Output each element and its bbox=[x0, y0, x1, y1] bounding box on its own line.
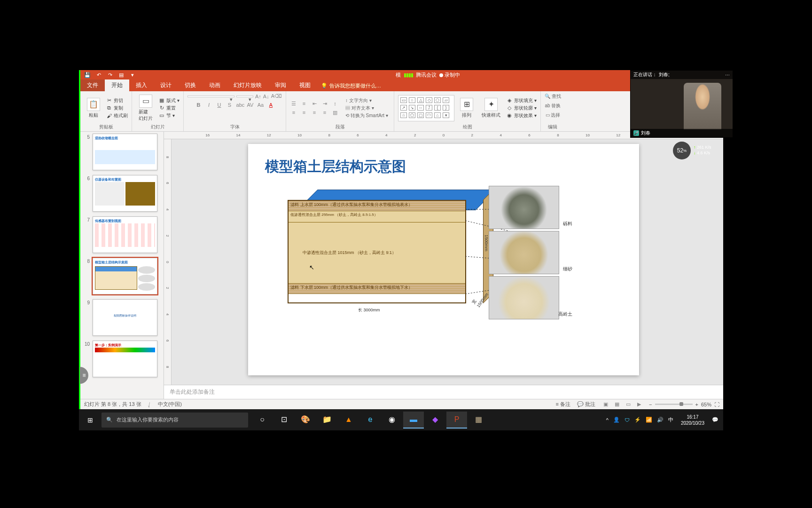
thumb-9[interactable]: 9裂隙图标操作说明 bbox=[84, 299, 160, 336]
cut-button[interactable]: ✂剪切 bbox=[106, 97, 128, 104]
tab-review[interactable]: 审阅 bbox=[268, 79, 293, 91]
replace-button[interactable]: ab 替换 bbox=[545, 103, 561, 109]
underline-button[interactable]: U bbox=[216, 102, 223, 108]
cortana-icon[interactable]: ○ bbox=[252, 412, 273, 429]
zoom-slider[interactable] bbox=[655, 404, 693, 405]
tray-power-icon[interactable]: ⚡ bbox=[634, 417, 641, 423]
justify-button[interactable]: ≡ bbox=[321, 110, 328, 116]
slide[interactable]: 模型箱土层结构示意图 滤料 上水层 100mm（通过供水泵抽水泵和集分水管模拟地… bbox=[248, 144, 639, 375]
paste-button[interactable]: 📋粘贴 bbox=[84, 97, 103, 119]
tray-ime-icon[interactable]: 中 bbox=[668, 416, 673, 423]
thumb-8[interactable]: 8模型箱土层结构示意图 bbox=[84, 258, 160, 294]
webcam-overlay[interactable]: 正在讲话：刘春;⋯ 🎤刘春 bbox=[630, 70, 733, 138]
tray-chevron-icon[interactable]: ^ bbox=[606, 417, 609, 423]
quick-styles-button[interactable]: ✦快速样式 bbox=[479, 97, 503, 119]
shape-fill-button[interactable]: ◈形状填充 ▾ bbox=[506, 97, 537, 104]
normal-view-icon[interactable]: ▣ bbox=[602, 401, 609, 407]
tell-me[interactable]: 💡告诉我您想要做什么… bbox=[317, 80, 385, 91]
shapes-gallery[interactable]: ▭○△◇⬡▱ ↗↘↔⤴{} ☆⬠▢⬭⌂▾ bbox=[398, 95, 454, 121]
reset-button[interactable]: ↻重置 bbox=[158, 105, 180, 111]
align-left-button[interactable]: ≡ bbox=[290, 110, 297, 116]
decrease-font-icon[interactable]: A↓ bbox=[263, 94, 269, 99]
app-chrome[interactable]: ◉ bbox=[382, 412, 402, 429]
italic-button[interactable]: I bbox=[205, 102, 213, 108]
thumb-6[interactable]: 6仪器设备和布置图 bbox=[84, 175, 160, 212]
increase-font-icon[interactable]: A↑ bbox=[255, 94, 261, 99]
redo-icon[interactable]: ↷ bbox=[107, 72, 113, 79]
indent-button[interactable]: ⇥ bbox=[321, 101, 328, 107]
tab-animation[interactable]: 动画 bbox=[203, 79, 227, 91]
app-matlab[interactable]: ▲ bbox=[338, 412, 359, 429]
slideshow-quick-icon[interactable]: ▤ bbox=[118, 72, 125, 79]
thumb-10[interactable]: 10第一步：实例演示 bbox=[84, 341, 160, 377]
format-painter-button[interactable]: 🖌格式刷 bbox=[106, 112, 128, 119]
case-button[interactable]: Aa bbox=[257, 102, 265, 108]
save-icon[interactable]: 💾 bbox=[84, 72, 91, 79]
tab-slideshow[interactable]: 幻灯片放映 bbox=[227, 79, 268, 91]
zoom-level[interactable]: 65% bbox=[701, 402, 711, 407]
spellcheck-icon[interactable]: ⎷ bbox=[148, 402, 151, 407]
webcam-controls-icon[interactable]: ⋯ bbox=[725, 72, 730, 78]
start-button[interactable]: ⊞ bbox=[79, 409, 102, 430]
columns-button[interactable]: ▥ bbox=[331, 110, 339, 116]
network-monitor[interactable]: 52% 261 K/s 4.6 K/s bbox=[673, 140, 728, 161]
undo-icon[interactable]: ↶ bbox=[95, 72, 102, 79]
shadow-button[interactable]: abc bbox=[236, 102, 244, 108]
bullets-button[interactable]: ☰ bbox=[290, 101, 297, 107]
mic-icon[interactable]: 🎤 bbox=[633, 130, 639, 136]
thumbnail-pane[interactable]: 5湿热收缩概念图 6仪器设备和布置图 7传感器布置剖视图 8模型箱土层结构示意图… bbox=[80, 132, 164, 399]
tray-people-icon[interactable]: 👤 bbox=[613, 417, 620, 423]
outdent-button[interactable]: ⇤ bbox=[311, 101, 318, 107]
tab-transition[interactable]: 切换 bbox=[178, 79, 203, 91]
strike-button[interactable]: S bbox=[226, 102, 234, 108]
tab-file[interactable]: 文件 bbox=[80, 79, 105, 91]
layout-button[interactable]: ▦版式 ▾ bbox=[158, 97, 180, 104]
tab-view[interactable]: 视图 bbox=[293, 79, 317, 91]
tray-volume-icon[interactable]: 🔊 bbox=[657, 417, 664, 423]
align-text-button[interactable]: ▤ 对齐文本 ▾ bbox=[345, 105, 388, 111]
align-right-button[interactable]: ≡ bbox=[311, 110, 318, 116]
arrange-button[interactable]: ⊞排列 bbox=[457, 97, 476, 119]
app-powerpoint[interactable]: P bbox=[446, 412, 467, 429]
notifications-icon[interactable]: 💬 bbox=[712, 417, 718, 423]
qat-more-icon[interactable]: ▾ bbox=[129, 72, 136, 79]
app-misc[interactable]: ▦ bbox=[468, 412, 489, 429]
shape-outline-button[interactable]: ◇形状轮廓 ▾ bbox=[506, 105, 537, 111]
thumb-7[interactable]: 7传感器布置剖视图 bbox=[84, 216, 160, 253]
numbering-button[interactable]: ≡ bbox=[300, 101, 308, 107]
align-center-button[interactable]: ≡ bbox=[300, 110, 308, 116]
line-spacing-button[interactable]: ↕ bbox=[331, 101, 339, 107]
fit-view-icon[interactable]: ⛶ bbox=[714, 402, 719, 407]
sorter-view-icon[interactable]: ▦ bbox=[613, 401, 621, 407]
find-button[interactable]: 🔍 查找 bbox=[545, 93, 561, 100]
spacing-button[interactable]: AV bbox=[247, 102, 254, 108]
taskview-icon[interactable]: ⊡ bbox=[273, 412, 294, 429]
zoom-out-button[interactable]: − bbox=[649, 402, 652, 407]
bold-button[interactable]: B bbox=[195, 102, 203, 108]
comments-toggle[interactable]: 💬 批注 bbox=[577, 401, 595, 408]
font-family-dropdown[interactable] bbox=[187, 95, 234, 97]
taskbar-search[interactable]: 🔍 在这里输入你要搜索的内容 bbox=[102, 413, 248, 428]
slideshow-view-icon[interactable]: ▶ bbox=[636, 401, 642, 407]
tab-design[interactable]: 设计 bbox=[154, 79, 178, 91]
app-paint[interactable]: 🎨 bbox=[295, 412, 316, 429]
app-explorer[interactable]: 📁 bbox=[317, 412, 337, 429]
smartart-button[interactable]: ⟲ 转换为 SmartArt ▾ bbox=[345, 112, 388, 119]
text-direction-button[interactable]: ↕ 文字方向 ▾ bbox=[345, 97, 388, 104]
app-tencent-meeting[interactable]: ▬ bbox=[403, 412, 424, 429]
select-button[interactable]: ▭ 选择 bbox=[546, 112, 561, 119]
taskbar-clock[interactable]: 16:17 2020/10/23 bbox=[678, 414, 707, 426]
clear-format-icon[interactable]: A⌫ bbox=[271, 93, 282, 99]
section-button[interactable]: ▭节 ▾ bbox=[158, 112, 180, 119]
font-color-button[interactable]: A bbox=[267, 102, 275, 108]
reading-view-icon[interactable]: ▭ bbox=[625, 401, 632, 407]
tab-start[interactable]: 开始 bbox=[105, 79, 129, 91]
notes-toggle[interactable]: ≡ 备注 bbox=[556, 401, 570, 408]
new-slide-button[interactable]: ▭新建 幻灯片 bbox=[136, 94, 156, 123]
language-indicator[interactable]: 中文(中国) bbox=[158, 401, 182, 408]
app-purple[interactable]: ◆ bbox=[425, 412, 445, 429]
notes-pane[interactable]: 单击此处添加备注 bbox=[164, 385, 723, 399]
zoom-in-button[interactable]: + bbox=[695, 402, 698, 407]
copy-button[interactable]: ⧉复制 bbox=[106, 105, 128, 111]
tray-wifi-icon[interactable]: 📶 bbox=[646, 417, 652, 423]
